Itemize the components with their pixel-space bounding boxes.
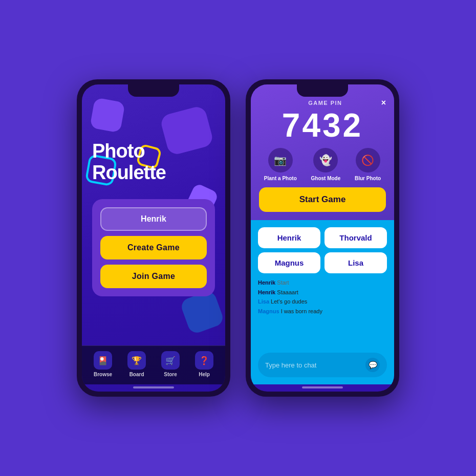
phone-right: GAME PIN × 7432 📷 Plant a Photo 👻 Ghost … bbox=[246, 79, 399, 397]
chat-text-1: Staaaart bbox=[277, 289, 298, 295]
plant-photo-icon: 📷 bbox=[268, 148, 293, 172]
mode-blur-photo[interactable]: 🚫 Blur Photo bbox=[355, 148, 381, 181]
player-henrik[interactable]: Henrik bbox=[258, 227, 320, 248]
chat-msg-0: Henrik Start bbox=[258, 278, 387, 287]
plant-photo-label: Plant a Photo bbox=[264, 176, 297, 181]
start-game-button[interactable]: Start Game bbox=[259, 187, 386, 212]
players-grid: Henrik Thorvald Magnus Lisa bbox=[258, 227, 387, 273]
notch-right bbox=[297, 84, 348, 97]
home-indicator-left bbox=[133, 386, 174, 388]
browse-icon: 🎴 bbox=[94, 351, 112, 370]
mode-ghost[interactable]: 👻 Ghost Mode bbox=[311, 148, 341, 181]
mode-buttons: 📷 Plant a Photo 👻 Ghost Mode 🚫 Blur Phot… bbox=[259, 148, 386, 181]
ghost-mode-icon: 👻 bbox=[313, 148, 338, 172]
nav-store[interactable]: 🛒 Store bbox=[161, 351, 180, 377]
mode-plant-photo[interactable]: 📷 Plant a Photo bbox=[264, 148, 297, 181]
join-game-button[interactable]: Join Game bbox=[100, 265, 207, 288]
blur-photo-icon: 🚫 bbox=[356, 148, 380, 172]
chat-msg-3: Magnus I was born ready bbox=[258, 307, 387, 316]
nav-browse[interactable]: 🎴 Browse bbox=[94, 351, 112, 377]
nav-help[interactable]: ❓ Help bbox=[195, 351, 213, 377]
ghost-mode-label: Ghost Mode bbox=[311, 176, 341, 181]
title-line1: Photo bbox=[92, 140, 145, 162]
store-icon: 🛒 bbox=[161, 351, 180, 370]
chat-sender-1: Henrik bbox=[258, 289, 275, 295]
player-thorvald[interactable]: Thorvald bbox=[324, 227, 387, 248]
game-pin-section: GAME PIN × 7432 📷 Plant a Photo 👻 Ghost … bbox=[251, 84, 394, 220]
board-icon: 🏆 bbox=[127, 351, 146, 370]
help-icon: ❓ bbox=[195, 351, 213, 370]
chat-input-row[interactable]: Type here to chat 💬 bbox=[258, 353, 387, 377]
phones-container: Photo Roulette Henrik Create Game Join G… bbox=[67, 69, 409, 407]
board-label: Board bbox=[129, 372, 144, 377]
chat-text-2: Let's go dudes bbox=[271, 298, 307, 305]
chat-text-0: Start bbox=[277, 279, 289, 286]
chat-text-3: I was born ready bbox=[281, 308, 322, 314]
input-area: Henrik Create Game Join Game bbox=[92, 199, 215, 296]
chat-messages: Henrik Start Henrik Staaaart Lisa Let's … bbox=[258, 278, 387, 348]
phone1-screen: Photo Roulette Henrik Create Game Join G… bbox=[82, 84, 225, 392]
nav-board[interactable]: 🏆 Board bbox=[127, 351, 146, 377]
chat-sender-2: Lisa bbox=[258, 298, 269, 305]
phone-left: Photo Roulette Henrik Create Game Join G… bbox=[77, 79, 230, 397]
game-pin-number: 7432 bbox=[259, 109, 386, 142]
game-pin-label: GAME PIN bbox=[269, 100, 381, 106]
chat-placeholder: Type here to chat bbox=[265, 361, 316, 369]
phone1-content: Photo Roulette Henrik Create Game Join G… bbox=[82, 84, 225, 345]
chat-send-icon[interactable]: 💬 bbox=[365, 358, 380, 372]
bottom-nav: 🎴 Browse 🏆 Board 🛒 Store ❓ Help bbox=[82, 345, 225, 384]
browse-label: Browse bbox=[94, 372, 112, 377]
username-display[interactable]: Henrik bbox=[100, 207, 207, 231]
blur-photo-label: Blur Photo bbox=[355, 176, 381, 181]
phone2-screen: GAME PIN × 7432 📷 Plant a Photo 👻 Ghost … bbox=[251, 84, 394, 392]
phone-right-inner: GAME PIN × 7432 📷 Plant a Photo 👻 Ghost … bbox=[251, 84, 394, 392]
chat-msg-2: Lisa Let's go dudes bbox=[258, 297, 387, 306]
home-indicator-right bbox=[302, 386, 343, 388]
chat-sender-0: Henrik bbox=[258, 279, 275, 286]
game-pin-header: GAME PIN × bbox=[259, 99, 386, 107]
close-button[interactable]: × bbox=[381, 99, 386, 107]
title-line2: Roulette bbox=[92, 162, 166, 183]
chat-msg-1: Henrik Staaaart bbox=[258, 288, 387, 297]
store-label: Store bbox=[164, 372, 177, 377]
players-chat-section: Henrik Thorvald Magnus Lisa Henrik Start… bbox=[251, 220, 394, 384]
player-magnus[interactable]: Magnus bbox=[258, 252, 320, 273]
chat-sender-3: Magnus bbox=[258, 308, 279, 314]
player-lisa[interactable]: Lisa bbox=[324, 252, 387, 273]
help-label: Help bbox=[199, 372, 210, 377]
phone-left-inner: Photo Roulette Henrik Create Game Join G… bbox=[82, 84, 225, 392]
notch-left bbox=[128, 84, 179, 97]
app-title: Photo Roulette bbox=[92, 141, 215, 184]
create-game-button[interactable]: Create Game bbox=[100, 236, 207, 259]
